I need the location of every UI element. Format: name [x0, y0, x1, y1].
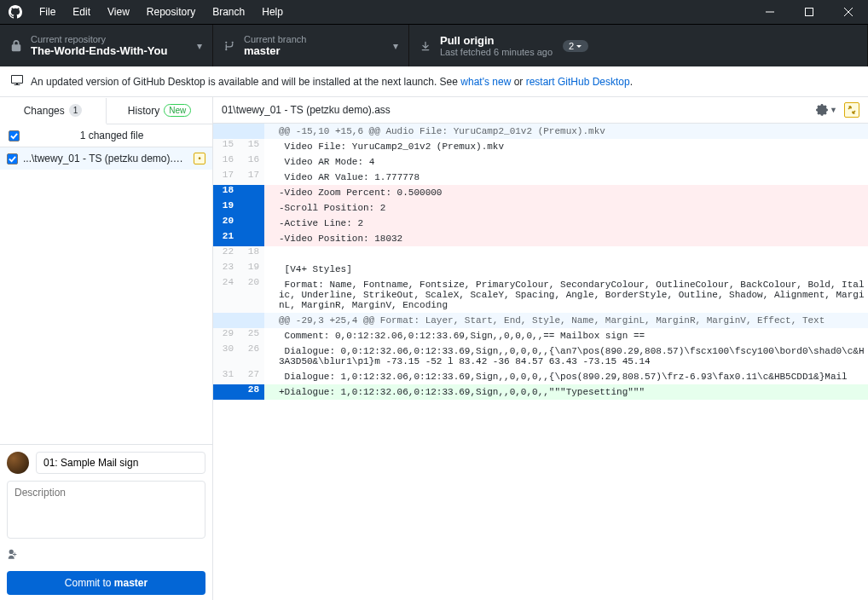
changes-count-badge: 1 — [69, 104, 83, 117]
toolbar: Current repository The-World-Ends-With-Y… — [0, 24, 868, 66]
commit-form: Commit to master — [0, 444, 212, 600]
pull-button[interactable]: Pull origin Last fetched 6 minutes ago 2 — [409, 25, 868, 66]
filelist-header: 1 changed file — [0, 124, 212, 147]
desktop-icon — [10, 73, 24, 89]
lock-icon — [10, 40, 22, 52]
expand-diff-button[interactable] — [844, 102, 859, 118]
diff-line: 2925 Comment: 0,0:12:32.06,0:12:33.69,Si… — [213, 328, 868, 343]
close-button[interactable] — [829, 0, 868, 24]
pull-sub: Last fetched 6 minutes ago — [440, 47, 553, 57]
diff-line: @@ -15,10 +15,6 @@ Audio File: YuruCamp2… — [213, 124, 868, 139]
menu-branch[interactable]: Branch — [204, 0, 253, 24]
diff-line: 1717 Video AR Value: 1.777778 — [213, 170, 868, 185]
repo-selector[interactable]: Current repository The-World-Ends-With-Y… — [0, 25, 213, 66]
diff-line: 3127 Dialogue: 1,0:12:32.06,0:12:33.69,S… — [213, 369, 868, 384]
menu-repository[interactable]: Repository — [138, 0, 204, 24]
modified-icon: • — [194, 153, 205, 164]
diff-line: 18-Video Zoom Percent: 0.500000 — [213, 185, 868, 200]
branch-icon — [223, 40, 235, 52]
menu-view[interactable]: View — [99, 0, 138, 24]
window-controls — [750, 0, 868, 24]
menu-help[interactable]: Help — [253, 0, 292, 24]
pull-label: Pull origin — [440, 34, 553, 47]
select-all-checkbox[interactable] — [9, 130, 20, 141]
diff-panel: 01\twewy_01 - TS (petzku demo).ass ▼ @@ … — [213, 97, 868, 600]
filelist-count: 1 changed file — [20, 130, 204, 141]
branch-name: master — [244, 44, 306, 57]
commit-description-input[interactable] — [7, 481, 205, 539]
whats-new-link[interactable]: what's new — [460, 76, 511, 88]
diff-line: 28+Dialogue: 1,0:12:32.06,0:12:33.69,Sig… — [213, 384, 868, 400]
avatar — [7, 452, 29, 474]
chevron-down-icon: ▾ — [393, 40, 398, 52]
branch-selector[interactable]: Current branch master ▾ — [213, 25, 409, 66]
diff-line: 21-Video Position: 18032 — [213, 231, 868, 246]
diff-line: 3026 Dialogue: 0,0:12:32.06,0:12:33.69,S… — [213, 343, 868, 369]
file-path: ...\twewy_01 - TS (petzku demo).ass — [23, 153, 188, 164]
file-row[interactable]: ...\twewy_01 - TS (petzku demo).ass • — [0, 147, 212, 170]
restart-link[interactable]: restart GitHub Desktop — [526, 76, 630, 88]
svg-rect-1 — [806, 9, 813, 16]
update-notice: An updated version of GitHub Desktop is … — [0, 66, 868, 97]
diff-filename: 01\twewy_01 - TS (petzku demo).ass — [222, 104, 391, 116]
diff-body[interactable]: @@ -15,10 +15,6 @@ Audio File: YuruCamp2… — [213, 124, 868, 600]
diff-line: @@ -29,3 +25,4 @@ Format: Layer, Start, … — [213, 313, 868, 328]
notice-text: An updated version of GitHub Desktop is … — [31, 76, 633, 88]
diff-line: 2319 [V4+ Styles] — [213, 262, 868, 277]
download-icon — [420, 40, 431, 52]
tab-history[interactable]: History New — [107, 97, 212, 124]
diff-line: 1616 Video AR Mode: 4 — [213, 154, 868, 170]
pull-badge: 2 — [563, 40, 588, 52]
tab-changes[interactable]: Changes 1 — [0, 98, 107, 124]
titlebar: FileEditViewRepositoryBranchHelp — [0, 0, 868, 24]
maximize-button[interactable] — [790, 0, 829, 24]
file-checkbox[interactable] — [7, 153, 18, 164]
diff-line: 2420 Format: Name, Fontname, Fontsize, P… — [213, 277, 868, 313]
commit-summary-input[interactable] — [36, 452, 205, 474]
commit-button[interactable]: Commit to master — [7, 571, 205, 595]
diff-line: 1515 Video File: YuruCamp2_01v2 (Premux)… — [213, 139, 868, 154]
sidebar: Changes 1 History New 1 changed file ...… — [0, 97, 213, 600]
chevron-down-icon: ▾ — [197, 40, 202, 52]
new-badge: New — [164, 104, 191, 117]
diff-settings-button[interactable]: ▼ — [816, 104, 837, 116]
menu-file[interactable]: File — [31, 0, 64, 24]
menu-edit[interactable]: Edit — [64, 0, 99, 24]
repo-label: Current repository — [31, 34, 167, 44]
diff-line: 19-Scroll Position: 2 — [213, 200, 868, 216]
branch-label: Current branch — [244, 34, 306, 44]
repo-name: The-World-Ends-With-You — [31, 44, 167, 57]
diff-line: 20-Active Line: 2 — [213, 216, 868, 231]
github-logo-icon — [0, 5, 31, 19]
menubar: FileEditViewRepositoryBranchHelp — [31, 0, 292, 24]
diff-line: 2218 — [213, 246, 868, 262]
add-coauthor-button[interactable] — [7, 548, 205, 562]
minimize-button[interactable] — [750, 0, 790, 24]
